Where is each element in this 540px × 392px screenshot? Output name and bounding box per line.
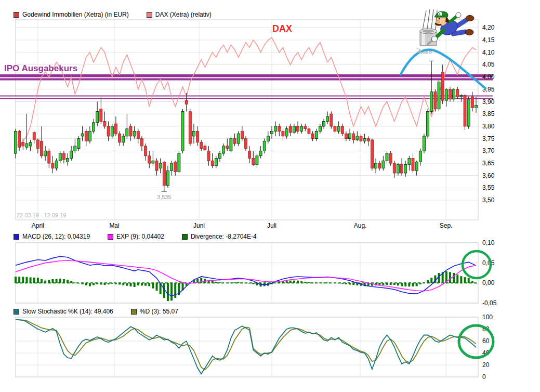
- price-ytick-label: 4,05: [482, 61, 495, 68]
- candle: [181, 111, 184, 151]
- candle: [456, 89, 459, 97]
- shoe: [466, 16, 474, 21]
- month-label: Sep.: [440, 222, 453, 229]
- candle: [334, 126, 336, 131]
- candle: [100, 109, 102, 122]
- month-label: Aug.: [354, 222, 367, 229]
- candle: [166, 171, 169, 185]
- macd-ytick-label: 0,05: [482, 259, 495, 267]
- price-markers: 3,5354,065: [157, 48, 434, 200]
- candle: [174, 162, 177, 172]
- candle: [363, 139, 366, 141]
- candle: [267, 136, 269, 141]
- candle: [393, 163, 396, 173]
- candle: [345, 134, 347, 138]
- candle: [114, 124, 117, 134]
- main-chart-legend: Godewind Immobilien (Xetra) (in EUR) DAX…: [14, 11, 212, 18]
- price-panel: [16, 20, 478, 220]
- exp-legend-label: EXP (9): 0,04402: [116, 233, 164, 240]
- price-ytick-label: 3,50: [482, 197, 495, 204]
- candle: [126, 129, 128, 136]
- candle: [419, 151, 422, 162]
- candle: [282, 131, 284, 136]
- candle: [471, 97, 473, 108]
- candle: [189, 111, 191, 143]
- candle: [81, 134, 84, 136]
- macd-ytick-label: 0,10: [482, 239, 495, 246]
- candle: [382, 161, 385, 168]
- godewind-legend-label: Godewind Immobilien (Xetra) (in EUR): [22, 11, 129, 18]
- candle: [118, 134, 121, 142]
- candle: [62, 153, 65, 160]
- candle: [404, 164, 407, 173]
- candle: [248, 151, 251, 158]
- dax-annotation-label: DAX: [272, 23, 292, 34]
- candle: [378, 163, 381, 168]
- price-ytick-label: 3,60: [482, 172, 495, 179]
- candle: [271, 131, 273, 134]
- candle: [152, 161, 154, 163]
- candle: [252, 159, 255, 165]
- candle: [103, 121, 106, 126]
- candle: [412, 159, 414, 171]
- candle: [237, 134, 240, 143]
- candle: [397, 164, 399, 173]
- stochastic-panel: 100806040200: [16, 313, 493, 381]
- candle: [133, 131, 136, 136]
- candle: [129, 126, 132, 136]
- price-ytick-label: 3,75: [482, 135, 495, 142]
- candle: [371, 140, 373, 168]
- candle: [434, 92, 437, 109]
- low-price-label: 3,535: [157, 194, 172, 200]
- candle: [200, 142, 203, 149]
- ipo-price-bands: [0, 74, 493, 99]
- luigi-character-image: L: [416, 9, 474, 54]
- candle: [441, 72, 444, 101]
- candle: [48, 151, 50, 163]
- candle: [88, 131, 91, 141]
- candle: [185, 100, 188, 104]
- candle: [230, 139, 232, 151]
- candle: [256, 156, 258, 165]
- shoe: [465, 30, 473, 35]
- macd-ytick-label: -0,05: [482, 299, 497, 307]
- month-label: Mai: [109, 222, 119, 229]
- candle: [74, 146, 76, 151]
- candle: [445, 89, 447, 100]
- candle: [386, 153, 388, 161]
- divergence-legend-swatch: [182, 234, 188, 240]
- stock-chart-page: 3,5354,0654,204,154,104,054,003,953,903,…: [0, 0, 540, 392]
- candle: [375, 163, 377, 168]
- macd-ytick-label: 0,00: [482, 279, 495, 286]
- divergence-legend-label: Divergence: -8,2704E-4: [191, 233, 257, 240]
- candle: [122, 136, 125, 142]
- candle: [207, 151, 210, 161]
- month-label: April: [32, 222, 44, 229]
- stoch-k-legend-label: Slow Stochastic %K (14): 49,406: [22, 308, 113, 315]
- candle: [15, 131, 17, 153]
- candle: [51, 163, 54, 168]
- legend-item-dax: DAX (Xetra) (relativ): [147, 11, 212, 18]
- candle: [107, 126, 110, 136]
- legend-item-godewind: Godewind Immobilien (Xetra) (in EUR): [14, 11, 129, 18]
- candle: [274, 126, 277, 131]
- candle: [453, 89, 455, 99]
- candle: [263, 141, 266, 151]
- price-ytick-label: 3,85: [482, 110, 495, 117]
- candle: [304, 126, 307, 129]
- candle: [85, 131, 87, 141]
- candle: [204, 146, 206, 150]
- candle: [226, 146, 229, 149]
- candle: [467, 99, 470, 126]
- candle: [241, 131, 243, 138]
- candle: [289, 126, 292, 133]
- price-ytick-label: 4,10: [482, 49, 495, 56]
- dax-legend-label: DAX (Xetra) (relativ): [155, 11, 212, 18]
- candle: [36, 140, 39, 149]
- stoch-d-legend-label: %D (3): 55,07: [140, 308, 178, 315]
- month-label: Juni: [193, 222, 205, 229]
- price-ytick-label: 3,80: [482, 123, 495, 130]
- candle: [144, 146, 147, 156]
- candle: [360, 136, 362, 141]
- candle: [423, 136, 425, 151]
